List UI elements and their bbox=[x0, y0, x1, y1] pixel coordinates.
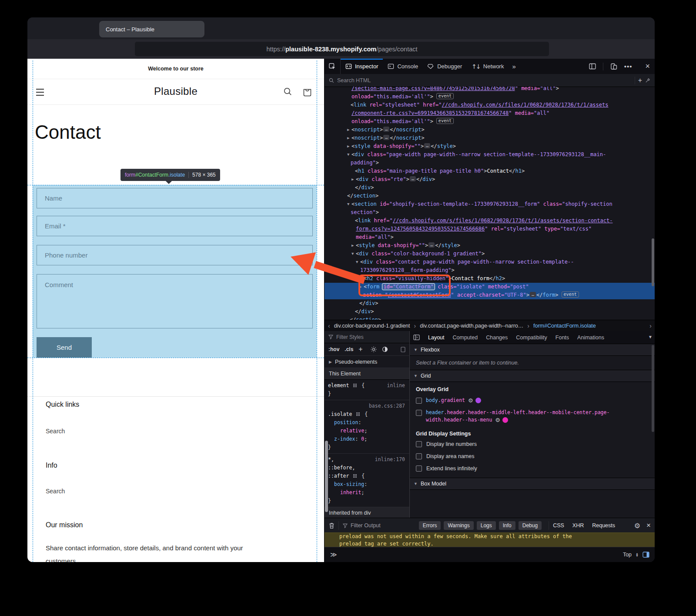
markup-line[interactable]: ▶<div class="rte">…</div> bbox=[325, 175, 655, 184]
footer-search-link-1[interactable]: Search bbox=[46, 428, 65, 435]
log-level-info[interactable]: Info bbox=[499, 521, 515, 530]
markup-line[interactable]: </section> bbox=[325, 192, 655, 200]
rule-element[interactable]: element {inline} bbox=[325, 380, 409, 400]
markup-scrollbar[interactable] bbox=[652, 238, 654, 286]
node-picker-icon[interactable] bbox=[325, 59, 341, 74]
tab-fonts[interactable]: Fonts bbox=[555, 335, 569, 341]
tab-console[interactable]: Console bbox=[383, 59, 423, 74]
console-warning[interactable]: preload was not used within a few second… bbox=[325, 532, 655, 547]
log-category-css[interactable]: CSS bbox=[553, 522, 564, 529]
overlay-header-checkbox[interactable] bbox=[416, 410, 422, 416]
log-level-debug[interactable]: Debug bbox=[519, 521, 542, 530]
rule-universal[interactable]: *,inline:170::before,::after {box-sizing… bbox=[325, 454, 409, 507]
markup-line[interactable]: ▶<noscript>…</noscript> bbox=[325, 126, 655, 134]
class-toggle[interactable]: .cls bbox=[345, 346, 353, 352]
send-button[interactable]: Send bbox=[37, 337, 92, 358]
phone-field[interactable]: Phone number bbox=[37, 245, 313, 265]
markup-line[interactable]: form.css?v=12475605843249503552167456668… bbox=[325, 225, 655, 233]
eval-context-label[interactable]: Top bbox=[623, 552, 632, 558]
breadcrumb-current[interactable]: form#ContactForm.isolate bbox=[533, 323, 596, 329]
markup-line[interactable]: /section-main-page.css?v=848677459125201… bbox=[325, 87, 655, 93]
markup-line[interactable]: media="all"> bbox=[325, 233, 655, 241]
comment-field[interactable]: Comment bbox=[37, 274, 313, 328]
markup-line[interactable]: 17330976293128__form-padding"> bbox=[325, 266, 655, 275]
markup-line[interactable]: ▶<noscript>…</noscript> bbox=[325, 134, 655, 142]
rule-isolate[interactable]: base.css:287.isolate {position:relative;… bbox=[325, 400, 409, 454]
overlay-header-selector[interactable]: header bbox=[426, 409, 444, 415]
overlay-body-checkbox[interactable] bbox=[416, 398, 422, 404]
console-settings-gear-icon[interactable]: ⚙ bbox=[634, 522, 640, 530]
log-level-warnings[interactable]: Warnings bbox=[444, 521, 473, 530]
markup-line[interactable]: </section> bbox=[325, 316, 655, 320]
markup-line[interactable]: </div> bbox=[325, 184, 655, 192]
tab-changes[interactable]: Changes bbox=[486, 335, 508, 341]
rules-scrollbar[interactable] bbox=[325, 441, 328, 512]
add-rule-icon[interactable]: + bbox=[358, 345, 362, 353]
markup-line[interactable]: ▼<div class="color-background-1 gradient… bbox=[325, 250, 655, 258]
log-level-logs[interactable]: Logs bbox=[477, 521, 496, 530]
context-stepper-icon[interactable]: ▲▼ bbox=[636, 552, 639, 557]
grid-color-swatch[interactable] bbox=[502, 417, 508, 423]
markup-line[interactable]: ▶<style data-shopify="">…</style> bbox=[325, 241, 655, 250]
pseudo-elements-row[interactable]: ▶Pseudo-elements bbox=[325, 356, 409, 368]
grid-setting-checkbox[interactable] bbox=[416, 441, 422, 447]
light-scheme-icon[interactable] bbox=[371, 346, 377, 352]
markup-line[interactable]: </div> bbox=[325, 308, 655, 316]
markup-line[interactable]: <link href="//cdn.shopify.com/s/files/1/… bbox=[325, 217, 655, 225]
markup-line[interactable]: ▼<div class="contact page-width page-wid… bbox=[325, 258, 655, 266]
close-devtools-icon[interactable]: × bbox=[645, 62, 650, 71]
filter-output-input[interactable]: Filter Output bbox=[351, 522, 381, 529]
layout-scrollbar[interactable] bbox=[652, 345, 654, 432]
markup-line[interactable]: ▼<section id="shopify-section-template--… bbox=[325, 200, 655, 208]
tab-layout[interactable]: Layout bbox=[428, 335, 445, 341]
tab-inspector[interactable]: Inspector bbox=[341, 59, 383, 74]
breadcrumb-back-icon[interactable]: ‹ bbox=[328, 322, 330, 329]
overlay-body-selector[interactable]: body bbox=[426, 397, 438, 403]
sidebar-toggle-icon[interactable] bbox=[413, 335, 420, 340]
search-html-input[interactable]: Search HTML bbox=[337, 77, 371, 84]
footer-search-link-2[interactable]: Search bbox=[46, 488, 65, 495]
markup-line[interactable]: ▶<style data-shopify="">…</style> bbox=[325, 142, 655, 151]
browser-tab[interactable]: Contact – Plausible bbox=[99, 21, 204, 37]
log-level-errors[interactable]: Errors bbox=[419, 521, 441, 530]
tab-debugger[interactable]: Debugger bbox=[423, 59, 467, 74]
markup-line[interactable]: <link rel="stylesheet" href="//cdn.shopi… bbox=[325, 101, 655, 109]
store-name[interactable]: Plausible bbox=[27, 85, 324, 97]
grid-settings-gear-icon[interactable]: ⚙ bbox=[468, 397, 473, 404]
print-sim-icon[interactable] bbox=[401, 347, 405, 352]
log-category-xhr[interactable]: XHR bbox=[572, 522, 584, 529]
dark-scheme-icon[interactable] bbox=[382, 346, 388, 352]
markup-line[interactable]: </div> bbox=[325, 299, 655, 308]
breadcrumb-forward-icon[interactable]: › bbox=[649, 322, 652, 329]
console-expand-icon[interactable]: ≫ bbox=[330, 551, 337, 559]
markup-line[interactable]: /component-rte.css?v=6991943663851532978… bbox=[325, 109, 655, 117]
close-console-icon[interactable]: × bbox=[646, 521, 651, 530]
breadcrumb-item-1[interactable]: div.color-background-1.gradient bbox=[334, 323, 410, 329]
clear-console-icon[interactable] bbox=[329, 522, 335, 529]
markup-line[interactable]: section"> bbox=[325, 208, 655, 217]
flexbox-section-header[interactable]: ▼Flexbox bbox=[410, 344, 655, 356]
markup-line[interactable]: padding"> bbox=[325, 159, 655, 167]
cart-icon[interactable] bbox=[303, 87, 312, 97]
markup-line[interactable]: onload="this.media='all'">event bbox=[325, 117, 655, 126]
tab-computed[interactable]: Computed bbox=[453, 335, 478, 341]
url-bar[interactable]: https://plausible-8238.myshopify.com/pag… bbox=[135, 42, 549, 56]
tab-compatibility[interactable]: Compatibility bbox=[516, 335, 547, 341]
responsive-mode-icon[interactable] bbox=[610, 63, 617, 70]
breadcrumb-item-2[interactable]: div.contact.page-width.page-width--narro… bbox=[420, 323, 523, 329]
grid-color-swatch[interactable] bbox=[475, 398, 481, 403]
grid-setting-checkbox[interactable] bbox=[416, 453, 422, 459]
chevron-down-icon[interactable]: ▼ bbox=[648, 335, 652, 339]
more-tabs-icon[interactable]: » bbox=[509, 59, 519, 74]
name-field[interactable]: Name bbox=[37, 188, 313, 208]
box-model-section-header[interactable]: ▼Box Model bbox=[410, 478, 655, 490]
split-console-icon[interactable] bbox=[589, 63, 596, 70]
markup-line[interactable]: ▼<div class="page-width page-width--narr… bbox=[325, 151, 655, 159]
filter-styles-input[interactable]: Filter Styles bbox=[336, 334, 364, 340]
log-category-requests[interactable]: Requests bbox=[592, 522, 615, 529]
new-node-icon[interactable]: + bbox=[638, 77, 642, 84]
editor-mode-icon[interactable] bbox=[642, 552, 649, 558]
email-field[interactable]: Email * bbox=[37, 216, 313, 236]
grid-section-header[interactable]: ▼Grid bbox=[410, 370, 655, 382]
eyedropper-icon[interactable] bbox=[645, 77, 651, 83]
